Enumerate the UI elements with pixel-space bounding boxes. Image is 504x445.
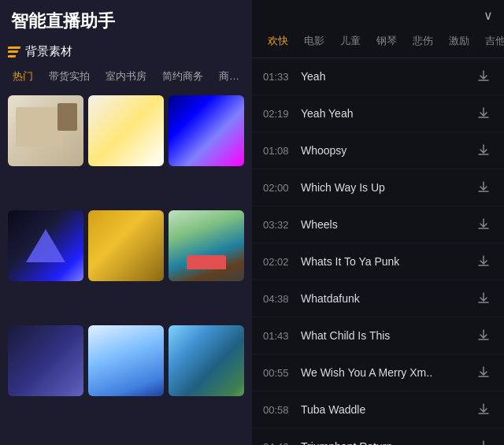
cat-tab-business[interactable]: 简约商务	[158, 67, 208, 86]
music-list-item[interactable]: 03:32Wheels	[252, 206, 504, 243]
music-name: Yeah	[301, 70, 474, 83]
section-title: 背景素材	[25, 44, 72, 59]
bg-image-9[interactable]	[169, 325, 244, 396]
bg-image-6[interactable]	[169, 210, 244, 281]
download-button[interactable]	[474, 178, 493, 197]
music-name: Whats It To Ya Punk	[301, 255, 474, 268]
music-name: Wheels	[301, 218, 474, 231]
music-list-item[interactable]: 02:00Which Way Is Up	[252, 169, 504, 206]
bg-image-4[interactable]	[8, 210, 83, 281]
download-button[interactable]	[474, 363, 493, 382]
music-name: Whoopsy	[301, 144, 474, 157]
cat-tab-hot[interactable]: 热门	[8, 67, 38, 86]
music-duration: 00:58	[263, 404, 293, 416]
music-duration: 00:55	[263, 367, 293, 379]
bg-image-2[interactable]	[88, 95, 164, 166]
music-duration: 03:32	[263, 219, 293, 231]
music-list: 01:33Yeah 02:19Yeah Yeah 01:08Whoopsy 02…	[252, 58, 504, 445]
download-button[interactable]	[474, 141, 493, 160]
bg-image-1[interactable]	[8, 95, 83, 166]
image-grid	[8, 95, 244, 436]
download-button[interactable]	[474, 252, 493, 271]
music-list-item[interactable]: 04:38Whatdafunk	[252, 280, 504, 317]
genre-tab-guitar[interactable]: 吉他	[477, 31, 504, 51]
bg-image-5[interactable]	[88, 210, 164, 281]
music-name: Which Way Is Up	[301, 181, 474, 194]
genre-tabs: 欢快 电影 儿童 钢琴 悲伤 激励 吉他	[252, 28, 504, 58]
music-name: Tuba Waddle	[301, 403, 474, 416]
background-icon	[8, 46, 20, 57]
music-list-item[interactable]: 04:46Triumphant Return	[252, 428, 504, 445]
music-name: Whatdafunk	[301, 292, 474, 305]
music-list-item[interactable]: 01:08Whoopsy	[252, 132, 504, 169]
music-list-item[interactable]: 00:58Tuba Waddle	[252, 391, 504, 428]
music-list-item[interactable]: 01:43What Child Is This	[252, 317, 504, 354]
music-list-item[interactable]: 00:55We Wish You A Merry Xm..	[252, 354, 504, 391]
genre-tab-piano[interactable]: 钢琴	[369, 31, 405, 51]
download-button[interactable]	[474, 437, 493, 445]
category-tabs: 热门 带货实拍 室内书房 简约商务 商…	[8, 67, 244, 86]
section-header: 背景素材	[8, 44, 244, 59]
bg-image-8[interactable]	[88, 325, 164, 396]
genre-tab-children[interactable]: 儿童	[332, 31, 369, 51]
music-name: Yeah Yeah	[301, 107, 474, 120]
download-button[interactable]	[474, 289, 493, 308]
music-duration: 02:02	[263, 256, 293, 268]
download-button[interactable]	[474, 104, 493, 123]
bg-image-7[interactable]	[8, 325, 83, 396]
right-header: ∨	[252, 0, 504, 28]
genre-tab-sad[interactable]: 悲伤	[405, 31, 441, 51]
download-button[interactable]	[474, 215, 493, 234]
download-button[interactable]	[474, 67, 493, 86]
music-name: We Wish You A Merry Xm..	[301, 366, 474, 379]
genre-tab-movie[interactable]: 电影	[296, 31, 332, 51]
left-panel: 智能直播助手 背景素材 热门 带货实拍 室内书房 简约商务 商…	[0, 0, 252, 445]
genre-tab-happy[interactable]: 欢快	[260, 31, 296, 51]
music-list-item[interactable]: 01:33Yeah	[252, 58, 504, 95]
music-duration: 02:00	[263, 182, 293, 194]
download-button[interactable]	[474, 400, 493, 419]
music-duration: 04:38	[263, 293, 293, 305]
music-duration: 01:33	[263, 71, 293, 83]
music-duration: 04:46	[263, 441, 293, 446]
app-title: 智能直播助手	[8, 9, 244, 33]
music-duration: 02:19	[263, 108, 293, 120]
music-list-item[interactable]: 02:19Yeah Yeah	[252, 95, 504, 132]
music-duration: 01:08	[263, 145, 293, 157]
cat-tab-room[interactable]: 室内书房	[101, 67, 151, 86]
music-name: What Child Is This	[301, 329, 474, 342]
music-duration: 01:43	[263, 330, 293, 342]
download-button[interactable]	[474, 326, 493, 345]
music-list-item[interactable]: 02:02Whats It To Ya Punk	[252, 243, 504, 280]
chevron-down-icon[interactable]: ∨	[484, 8, 493, 23]
music-name: Triumphant Return	[301, 440, 474, 445]
genre-tab-motivate[interactable]: 激励	[441, 31, 477, 51]
cat-tab-more[interactable]: 商…	[214, 67, 244, 86]
right-panel: ∨ 欢快 电影 儿童 钢琴 悲伤 激励 吉他 01:33Yeah 02:19Ye…	[252, 0, 504, 445]
cat-tab-live[interactable]: 带货实拍	[44, 67, 94, 86]
bg-image-3[interactable]	[169, 95, 244, 166]
